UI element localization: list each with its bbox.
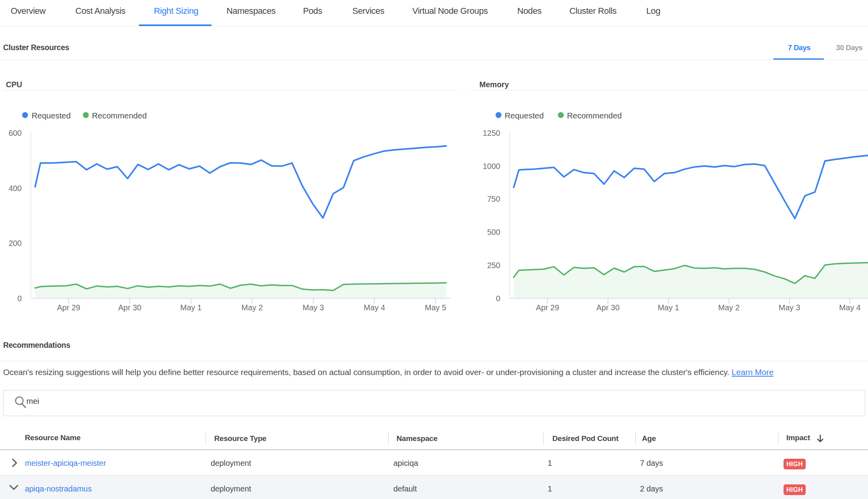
svg-text:Apr 30: Apr 30 (118, 303, 142, 312)
svg-text:May 4: May 4 (364, 303, 385, 312)
svg-text:May 5: May 5 (425, 303, 446, 312)
svg-text:250: 250 (487, 261, 500, 270)
svg-text:0: 0 (17, 294, 22, 303)
svg-text:400: 400 (9, 184, 22, 193)
svg-text:1250: 1250 (483, 129, 501, 137)
svg-text:Apr 30: Apr 30 (596, 303, 619, 312)
svg-text:May 3: May 3 (303, 303, 324, 312)
svg-text:500: 500 (487, 228, 500, 236)
svg-text:200: 200 (9, 239, 22, 248)
svg-text:0: 0 (496, 294, 500, 303)
svg-text:Apr 29: Apr 29 (57, 303, 80, 312)
svg-text:May 3: May 3 (779, 303, 800, 312)
svg-text:May 4: May 4 (839, 303, 861, 312)
svg-text:1000: 1000 (483, 162, 501, 171)
svg-text:750: 750 (487, 195, 500, 203)
svg-text:May 1: May 1 (180, 303, 202, 312)
svg-text:May 1: May 1 (658, 303, 679, 312)
svg-text:May 2: May 2 (718, 303, 739, 312)
svg-text:Apr 29: Apr 29 (536, 303, 559, 312)
svg-text:May 2: May 2 (241, 303, 263, 312)
svg-text:600: 600 (9, 129, 22, 137)
